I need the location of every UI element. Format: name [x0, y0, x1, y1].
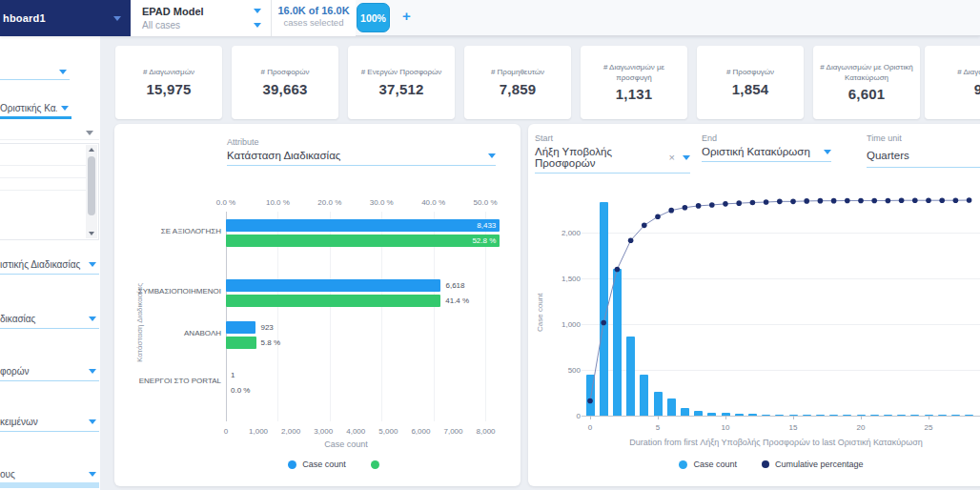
chevron-down-icon[interactable]: [59, 70, 67, 74]
filters-sidebar: Οριστικής Κα... ιστικής Διαδικασίαςδικασ…: [0, 36, 100, 490]
histogram-bar[interactable]: [626, 337, 635, 416]
kpi-value: 1,854: [732, 81, 769, 97]
dashboard-screen: { "topbar": { "dashboard_title": "hboard…: [0, 0, 980, 490]
filter-value: Οριστικής Κα...: [0, 103, 57, 113]
histogram-bar[interactable]: [600, 202, 608, 416]
kpi-card: # Προμηθευτών7,859: [464, 46, 571, 119]
category-label: ΣΥΜΒΑΣΙΟΠΟΙΗΜΕΝΟΙ: [116, 287, 221, 296]
histogram-bar[interactable]: [884, 415, 892, 416]
kpi-card: # Διαγωνισμ9: [925, 46, 980, 119]
scrollbar[interactable]: [86, 145, 97, 238]
histogram-bar[interactable]: [910, 415, 919, 416]
add-sheet-button[interactable]: +: [402, 8, 411, 24]
histogram-bar[interactable]: [829, 415, 838, 416]
case-count-bar[interactable]: [226, 219, 500, 232]
bottom-axis-tick: 7,000: [438, 427, 468, 436]
percentage-bar[interactable]: [226, 235, 500, 247]
histogram-bar[interactable]: [681, 408, 689, 416]
cases-scope-dropdown[interactable]: All cases: [142, 18, 261, 32]
case-count-bar[interactable]: [226, 279, 440, 292]
x-tick-mark: [793, 416, 794, 419]
legend-item[interactable]: Case count: [679, 459, 737, 469]
chevron-down-icon[interactable]: [61, 106, 69, 111]
scroll-up-icon[interactable]: [89, 148, 94, 152]
scroll-down-icon[interactable]: [89, 232, 94, 235]
histogram-bar[interactable]: [870, 415, 879, 416]
legend-item[interactable]: Cumulative percentage: [762, 459, 864, 469]
histogram-bar[interactable]: [613, 269, 622, 416]
bar-value-label: 6,618: [445, 279, 474, 292]
selection-count: 16.0K of 16.0K: [272, 5, 356, 16]
histogram-bar[interactable]: [748, 414, 757, 416]
histogram-bar[interactable]: [735, 414, 744, 416]
model-dropdown[interactable]: EPAD Model: [142, 4, 261, 18]
x-tick-mark: [590, 416, 591, 419]
filter-value: ιστικής Διαδικασίας: [0, 259, 84, 270]
x-tick-mark: [725, 416, 726, 419]
chevron-down-icon[interactable]: [86, 131, 93, 135]
chevron-down-icon[interactable]: [89, 262, 96, 267]
chevron-down-icon[interactable]: [254, 9, 261, 13]
chevron-down-icon[interactable]: [89, 369, 96, 374]
selection-percentage-button[interactable]: 100%: [357, 3, 390, 32]
filter-value-listbox[interactable]: [0, 143, 99, 240]
dashboard-title-tab[interactable]: hboard1: [0, 0, 131, 36]
bar-pct-label: 41.4 %: [445, 295, 478, 307]
legend-label: Case count: [302, 459, 346, 469]
filter-value: δικασίας: [0, 314, 84, 324]
histogram-bar[interactable]: [586, 375, 595, 416]
scrollbar-thumb[interactable]: [88, 156, 95, 215]
legend-item[interactable]: Case count: [288, 459, 346, 469]
x-axis-tick: 15: [784, 423, 803, 432]
top-axis-tick: 20.0 %: [315, 198, 345, 207]
x-axis-tick: 20: [851, 423, 870, 432]
histogram-bar[interactable]: [816, 415, 825, 416]
model-selector: EPAD Model All cases: [131, 0, 272, 36]
kpi-card: # Προσφορών39,663: [232, 46, 338, 119]
kpi-card: # Προσφυγών1,854: [697, 46, 804, 119]
chevron-down-icon[interactable]: [89, 316, 96, 321]
right-chart-y-axis-label: Case count: [536, 294, 544, 332]
percentage-bar[interactable]: [226, 295, 440, 307]
legend-label: Cumulative percentage: [775, 459, 864, 469]
x-axis-line: [582, 416, 980, 417]
bottom-axis-tick: 6,000: [405, 427, 436, 436]
filter-underline: [0, 328, 99, 329]
histogram-bar[interactable]: [640, 375, 648, 416]
bar-pct-label: 5.8 %: [261, 337, 294, 349]
bottom-axis-tick: 2,000: [276, 427, 306, 436]
filter-value: φορών: [0, 366, 84, 377]
bottom-axis-tick: 1,000: [243, 427, 274, 436]
histogram-bar[interactable]: [965, 415, 973, 416]
histogram-bar[interactable]: [775, 415, 784, 416]
kpi-value: 9: [974, 81, 980, 97]
legend-dot-icon: [679, 460, 687, 469]
cumulative-percentage-line: [528, 124, 980, 486]
histogram-bar[interactable]: [667, 398, 676, 416]
histogram-bar[interactable]: [897, 415, 906, 416]
chevron-down-icon[interactable]: [89, 419, 96, 424]
chevron-down-icon[interactable]: [254, 23, 261, 28]
histogram-bar[interactable]: [803, 415, 811, 416]
case-count-bar[interactable]: [226, 321, 255, 334]
legend-item[interactable]: [371, 460, 385, 469]
histogram-bar[interactable]: [654, 392, 663, 416]
filter-underline: [0, 380, 99, 381]
y-axis-tick: 2,000: [552, 229, 581, 237]
selection-caption: cases selected: [272, 17, 356, 28]
x-axis-tick: 0: [581, 423, 600, 432]
chevron-down-icon[interactable]: [113, 16, 121, 21]
histogram-bar[interactable]: [694, 411, 703, 416]
percentage-bar[interactable]: [226, 337, 256, 349]
bar-value-label: 8,433: [467, 219, 496, 232]
x-axis-tick: 10: [716, 423, 735, 432]
histogram-bar[interactable]: [707, 413, 716, 416]
histogram-bar[interactable]: [938, 415, 947, 416]
chevron-down-icon[interactable]: [89, 472, 96, 477]
histogram-bar[interactable]: [762, 415, 770, 416]
duration-histogram-chart: 05001,0001,5002,0000510152025: [528, 124, 980, 486]
y-axis-tick: 1,000: [552, 320, 581, 329]
histogram-bar[interactable]: [951, 415, 960, 416]
histogram-bar[interactable]: [843, 415, 851, 416]
kpi-card: # Διαγωνισμών15,975: [115, 46, 222, 119]
